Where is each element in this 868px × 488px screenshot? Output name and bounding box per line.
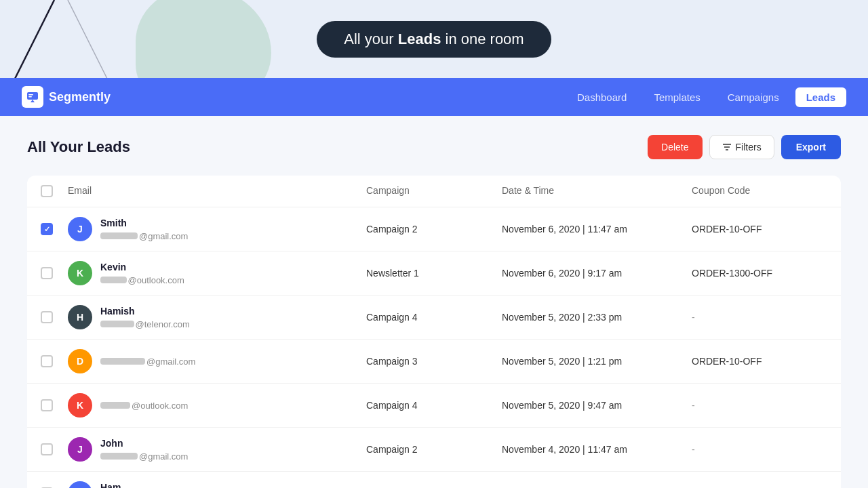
select-all-checkbox[interactable] [41,185,53,197]
table-body: JSmith@gmail.comCampaign 2November 6, 20… [27,207,841,488]
nav-dashboard[interactable]: Dashboard [566,87,637,107]
hero-section: All your Leads in one room [0,0,868,78]
filters-label: Filters [736,142,762,152]
leads-header: All Your Leads Delete Filters Export [27,135,841,159]
lead-name-block: Kevin@outlook.com [100,262,184,285]
row-checkbox[interactable] [41,355,53,367]
lead-datetime: November 6, 2020 | 11:47 am [502,224,692,235]
nav-campaigns[interactable]: Campaigns [717,87,790,107]
email-domain: @gmail.com [139,451,188,462]
lead-email-masked: @outlook.com [100,275,184,285]
row-checkbox-cell [41,355,68,367]
hero-pill: All your Leads in one room [317,21,551,58]
lead-datetime: November 4, 2020 | 11:47 am [502,444,692,455]
email-blur-bar [100,453,138,460]
nav-templates[interactable]: Templates [643,87,711,107]
hero-blob [136,0,271,78]
navbar: Segmently Dashboard Templates Campaigns … [0,78,868,116]
lead-email-masked: @gmail.com [100,357,195,367]
svg-rect-0 [27,92,38,100]
row-checkbox[interactable] [41,311,53,323]
lead-info-cell: JSmith@gmail.com [68,217,366,241]
row-checkbox[interactable] [41,443,53,455]
row-checkbox-cell [41,311,68,323]
lead-avatar: H [68,481,92,488]
lead-coupon: ORDER-10-OFF [692,356,827,367]
lead-info-cell: HHamish@telenor.com [68,305,366,329]
lead-name-block: Hamish@telenor.com [100,306,190,329]
lead-avatar: D [68,349,92,373]
lead-coupon: - [692,400,827,411]
lead-avatar: H [68,305,92,329]
lead-info-cell: JJohn@gmail.com [68,437,366,462]
lead-name: Smith [100,218,188,228]
main-content: All Your Leads Delete Filters Export Ema… [0,116,868,488]
brand-logo: Segmently [22,86,111,108]
lead-datetime: November 6, 2020 | 9:17 am [502,268,692,279]
email-domain: @outlook.com [128,275,184,285]
filters-button[interactable]: Filters [709,135,774,159]
table-row: JSmith@gmail.comCampaign 2November 6, 20… [27,207,841,251]
table-row: HHamish@telenor.comCampaign 4November 5,… [27,296,841,340]
delete-button[interactable]: Delete [648,135,702,159]
table-row: D@gmail.comCampaign 3November 5, 2020 | … [27,340,841,384]
filters-icon [722,142,732,152]
nav-links: Dashboard Templates Campaigns Leads [566,87,846,107]
hero-deco-line [0,0,122,78]
email-blur-bar [100,321,134,327]
email-blur-bar [100,232,138,239]
email-blur-bar [100,358,145,365]
email-domain: @gmail.com [146,357,195,367]
leads-title: All Your Leads [27,138,130,156]
header-campaign: Campaign [366,185,502,197]
row-checkbox[interactable] [41,267,53,279]
lead-coupon: ORDER-1300-OFF [692,268,827,279]
row-checkbox-cell [41,443,68,455]
table-header: Email Campaign Date & Time Coupon Code [27,176,841,207]
row-checkbox[interactable] [41,223,53,235]
brand-name: Segmently [49,90,111,104]
leads-table: Email Campaign Date & Time Coupon Code J… [27,176,841,488]
header-datetime: Date & Time [502,185,692,197]
row-checkbox-cell [41,399,68,411]
lead-info-cell: HHam@telenor.com [68,481,366,488]
brand-svg-icon [26,90,39,104]
lead-datetime: November 5, 2020 | 2:33 pm [502,312,692,323]
lead-name-block: @outlook.com [100,401,188,411]
lead-campaign: Campaign 4 [366,312,502,323]
svg-rect-4 [28,96,32,98]
lead-info-cell: K@outlook.com [68,393,366,418]
email-domain: @outlook.com [132,401,188,411]
lead-avatar: K [68,261,92,285]
lead-name-block: @gmail.com [100,357,195,367]
table-row: KKevin@outlook.comNewsletter 1November 6… [27,251,841,296]
row-checkbox[interactable] [41,399,53,411]
lead-coupon: - [692,312,827,323]
lead-name-block: Ham@telenor.com [100,482,190,489]
nav-leads-active[interactable]: Leads [795,87,846,107]
email-domain: @gmail.com [139,231,188,241]
leads-actions: Delete Filters Export [648,135,841,159]
lead-campaign: Campaign 3 [366,356,502,367]
header-coupon: Coupon Code [692,185,827,197]
lead-email-masked: @gmail.com [100,231,188,241]
svg-marker-2 [31,100,35,102]
brand-icon [22,86,43,108]
lead-avatar: J [68,437,92,462]
lead-coupon: - [692,444,827,455]
lead-campaign: Campaign 2 [366,444,502,455]
lead-email-masked: @telenor.com [100,319,190,329]
row-checkbox-cell [41,223,68,235]
lead-avatar: J [68,217,92,241]
export-button[interactable]: Export [781,135,841,159]
table-row: K@outlook.comCampaign 4November 5, 2020 … [27,384,841,428]
lead-email-masked: @outlook.com [100,401,188,411]
lead-campaign: Newsletter 1 [366,268,502,279]
lead-datetime: November 5, 2020 | 9:47 am [502,400,692,411]
lead-name: Ham [100,482,190,489]
header-checkbox-col [41,185,68,197]
lead-name-block: Smith@gmail.com [100,218,188,241]
lead-name: John [100,438,188,449]
lead-name: Hamish [100,306,190,317]
lead-email-masked: @gmail.com [100,451,188,462]
